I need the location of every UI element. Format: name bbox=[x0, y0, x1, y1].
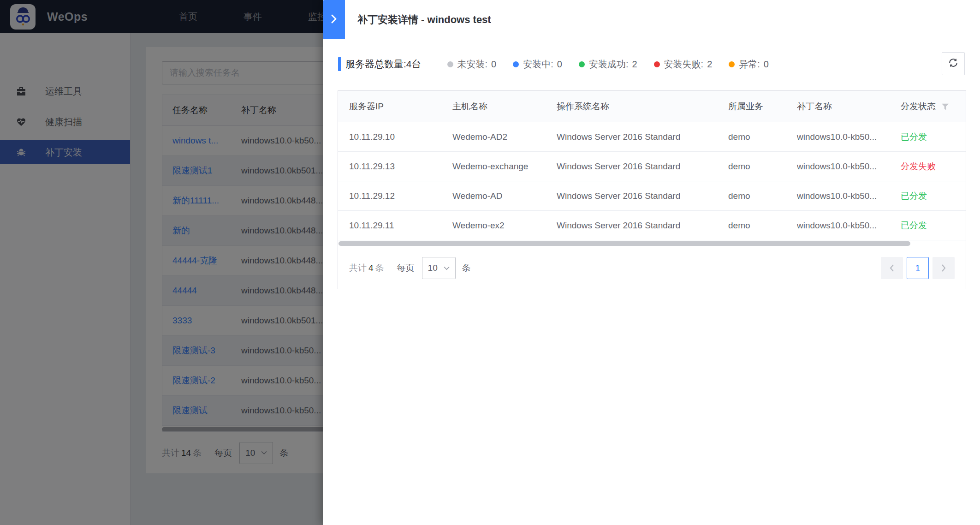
next-page-button[interactable] bbox=[932, 257, 955, 279]
legend-item-failed: 安装失败: 2 bbox=[654, 58, 713, 71]
horizontal-scrollbar bbox=[338, 240, 966, 247]
legend-value: 0 bbox=[764, 59, 769, 70]
drawer-collapse-button[interactable] bbox=[323, 0, 345, 39]
os-cell: Windows Server 2016 Standard bbox=[546, 181, 717, 210]
column-header-patch: 补丁名称 bbox=[786, 91, 890, 122]
unit-label: 条 bbox=[462, 262, 471, 274]
pagination-total-prefix: 共计 bbox=[349, 262, 367, 274]
legend-value: 0 bbox=[491, 59, 496, 70]
legend-item-abnormal: 异常: 0 bbox=[729, 58, 769, 71]
status-cell: 分发失败 bbox=[890, 152, 966, 181]
refresh-icon bbox=[947, 57, 959, 71]
business-cell: demo bbox=[717, 122, 786, 151]
status-dot-orange bbox=[729, 61, 735, 67]
column-header-os: 操作系统名称 bbox=[546, 91, 717, 122]
business-cell: demo bbox=[717, 211, 786, 240]
page-size-value: 10 bbox=[428, 263, 438, 273]
column-header-label: 分发状态 bbox=[901, 101, 936, 111]
status-cell: 已分发 bbox=[890, 181, 966, 210]
legend-label: 安装中: bbox=[523, 58, 553, 71]
summary-bar: 服务器总数量:4台 未安装: 0 安装中: 0 安装成功: 2 bbox=[323, 52, 980, 76]
business-cell: demo bbox=[717, 152, 786, 181]
chevron-right-icon bbox=[941, 264, 946, 272]
status-legend: 未安装: 0 安装中: 0 安装成功: 2 安装失败: 2 bbox=[447, 58, 769, 71]
drawer-title: 补丁安装详情 - windows test bbox=[357, 0, 491, 39]
legend-value: 0 bbox=[557, 59, 562, 70]
server-patch-table-header: 服务器IP 主机名称 操作系统名称 所属业务 补丁名称 分发状态 bbox=[338, 91, 966, 122]
status-cell: 已分发 bbox=[890, 211, 966, 240]
chevron-down-icon bbox=[444, 266, 450, 270]
prev-page-button[interactable] bbox=[881, 257, 903, 279]
pagination-total-suffix: 条 bbox=[375, 262, 384, 274]
server-patch-table: 服务器IP 主机名称 操作系统名称 所属业务 补丁名称 分发状态 10.11.2… bbox=[338, 90, 966, 289]
table-row: 10.11.29.11 Wedemo-ex2 Windows Server 20… bbox=[338, 211, 966, 240]
os-cell: Windows Server 2016 Standard bbox=[546, 152, 717, 181]
server-ip-cell: 10.11.29.11 bbox=[338, 211, 441, 240]
os-cell: Windows Server 2016 Standard bbox=[546, 122, 717, 151]
server-ip-cell: 10.11.29.10 bbox=[338, 122, 441, 151]
table-row: 10.11.29.13 Wedemo-exchange Windows Serv… bbox=[338, 152, 966, 181]
legend-value: 2 bbox=[707, 59, 712, 70]
column-header-business: 所属业务 bbox=[717, 91, 786, 122]
status-dot-green bbox=[579, 61, 585, 67]
status-cell: 已分发 bbox=[890, 122, 966, 151]
accent-bar bbox=[338, 57, 341, 71]
legend-item-success: 安装成功: 2 bbox=[579, 58, 637, 71]
chevron-right-icon bbox=[330, 14, 338, 26]
legend-label: 安装失败: bbox=[664, 58, 704, 71]
column-header-distribute-status: 分发状态 bbox=[890, 91, 966, 122]
hostname-cell: Wedemo-ex2 bbox=[441, 211, 546, 240]
legend-value: 2 bbox=[632, 59, 637, 70]
patch-cell: windows10.0-kb50... bbox=[786, 152, 890, 181]
os-cell: Windows Server 2016 Standard bbox=[546, 211, 717, 240]
per-page-label: 每页 bbox=[397, 262, 415, 274]
patch-cell: windows10.0-kb50... bbox=[786, 122, 890, 151]
table-row: 10.11.29.12 Wedemo-AD Windows Server 201… bbox=[338, 181, 966, 211]
filter-funnel-icon[interactable] bbox=[942, 103, 949, 110]
pagination-total: 4 bbox=[368, 263, 374, 273]
horizontal-scrollbar-thumb[interactable] bbox=[339, 241, 910, 246]
drawer-pagination: 共计 4 条 每页 10 条 1 bbox=[338, 247, 966, 289]
patch-cell: windows10.0-kb50... bbox=[786, 181, 890, 210]
patch-detail-drawer: 补丁安装详情 - windows test 服务器总数量:4台 未安装: 0 安… bbox=[323, 0, 980, 525]
status-dot-blue bbox=[513, 61, 519, 67]
column-header-server-ip: 服务器IP bbox=[338, 91, 441, 122]
status-dot-gray bbox=[447, 61, 453, 67]
refresh-button[interactable] bbox=[942, 52, 965, 75]
chevron-left-icon bbox=[889, 264, 895, 272]
hostname-cell: Wedemo-AD bbox=[441, 181, 546, 210]
table-row: 10.11.29.10 Wedemo-AD2 Windows Server 20… bbox=[338, 122, 966, 152]
legend-item-installing: 安装中: 0 bbox=[513, 58, 562, 71]
patch-cell: windows10.0-kb50... bbox=[786, 211, 890, 240]
legend-label: 异常: bbox=[739, 58, 760, 71]
server-ip-cell: 10.11.29.13 bbox=[338, 152, 441, 181]
business-cell: demo bbox=[717, 181, 786, 210]
hostname-cell: Wedemo-AD2 bbox=[441, 122, 546, 151]
page-1-button[interactable]: 1 bbox=[907, 257, 929, 279]
server-ip-cell: 10.11.29.12 bbox=[338, 181, 441, 210]
app-root: WeOps 首页 事件 监控 运维工具 健康扫描 bbox=[0, 0, 980, 525]
hostname-cell: Wedemo-exchange bbox=[441, 152, 546, 181]
legend-label: 未安装: bbox=[457, 58, 488, 71]
server-total-label: 服务器总数量:4台 bbox=[345, 58, 422, 71]
page-size-select[interactable]: 10 bbox=[422, 257, 456, 279]
status-dot-red bbox=[654, 61, 660, 67]
column-header-hostname: 主机名称 bbox=[441, 91, 546, 122]
legend-label: 安装成功: bbox=[589, 58, 629, 71]
legend-item-not-installed: 未安装: 0 bbox=[447, 58, 497, 71]
